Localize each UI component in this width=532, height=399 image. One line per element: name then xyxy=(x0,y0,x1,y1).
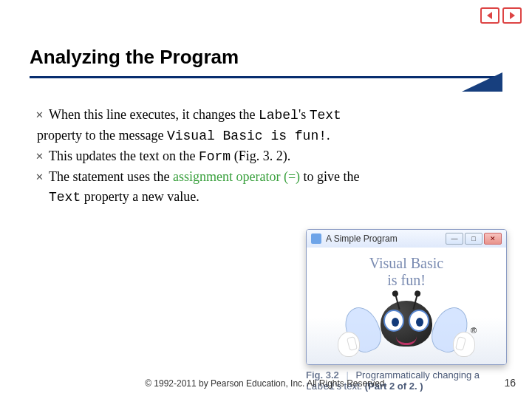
bullet-3-cont: Text property a new value. xyxy=(35,187,494,208)
chevron-right-icon xyxy=(508,11,516,20)
minimize-button[interactable]: — xyxy=(446,233,463,245)
bullet-1: ✕When this line executes, it changes the… xyxy=(35,105,494,126)
slide-body: ✕When this line executes, it changes the… xyxy=(35,105,494,208)
figure-3-2: A Simple Program — □ ✕ Visual Basic is f… xyxy=(306,229,507,392)
app-icon xyxy=(311,233,321,244)
bullet-1-cont: property to the message Visual Basic is … xyxy=(35,126,494,146)
slide-title: Analyzing the Program xyxy=(30,46,239,69)
copyright-footer: © 1992-2011 by Pearson Education, Inc. A… xyxy=(0,378,532,389)
chevron-left-icon xyxy=(485,11,494,20)
svg-marker-0 xyxy=(487,12,492,19)
bullet-3: ✕The statement uses the assignment opera… xyxy=(35,167,494,187)
bullet-icon: ✕ xyxy=(35,170,49,185)
title-underline xyxy=(30,72,502,92)
bullet-icon: ✕ xyxy=(35,149,49,164)
maximize-button[interactable]: □ xyxy=(465,233,482,245)
svg-marker-1 xyxy=(510,12,515,19)
registered-icon: ® xyxy=(471,326,477,335)
window-title: A Simple Program xyxy=(326,233,446,244)
bullet-icon: ✕ xyxy=(35,108,49,123)
page-number: 16 xyxy=(504,377,516,389)
bullet-2: ✕This updates the text on the Form (Fig.… xyxy=(35,146,494,167)
next-slide-button[interactable] xyxy=(502,7,522,24)
bug-mascot-image: ® xyxy=(351,293,462,365)
prev-slide-button[interactable] xyxy=(480,7,499,24)
close-button[interactable]: ✕ xyxy=(484,233,502,245)
text-label: Visual Basic is fun! xyxy=(314,255,499,289)
sample-window: A Simple Program — □ ✕ Visual Basic is f… xyxy=(306,229,507,365)
window-body: Visual Basic is fun! ® xyxy=(307,248,506,364)
window-titlebar: A Simple Program — □ ✕ xyxy=(307,230,506,248)
